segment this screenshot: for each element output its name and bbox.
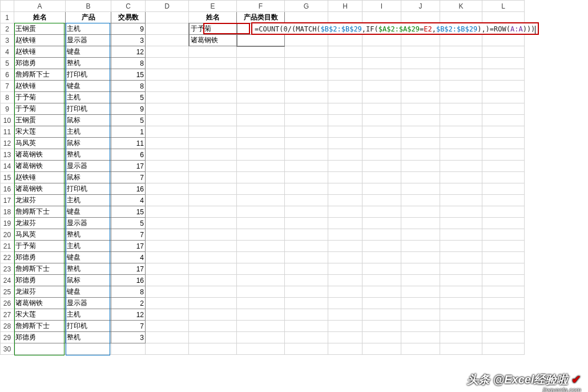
cell-L18[interactable] [482, 206, 525, 218]
cell-F27[interactable] [237, 309, 285, 321]
cell-F19[interactable] [237, 218, 285, 229]
cell-L8[interactable] [482, 92, 525, 103]
cell-E23[interactable] [189, 263, 237, 275]
cell-A6[interactable]: 詹姆斯下士 [14, 69, 66, 81]
cell-G19[interactable] [285, 218, 328, 229]
cell-J15[interactable] [401, 172, 440, 183]
cell-C10[interactable]: 5 [111, 115, 146, 126]
cell-H11[interactable] [328, 126, 363, 138]
cell-D17[interactable] [146, 195, 189, 206]
cell-J12[interactable] [401, 138, 440, 149]
cell-C18[interactable]: 15 [111, 206, 146, 218]
cell-J23[interactable] [401, 263, 440, 275]
cell-C17[interactable]: 4 [111, 195, 146, 206]
cell-C26[interactable]: 2 [111, 298, 146, 309]
cell-C27[interactable]: 12 [111, 309, 146, 321]
cell-E22[interactable] [189, 252, 237, 263]
cell-L1[interactable] [482, 12, 525, 23]
cell-D7[interactable] [146, 81, 189, 92]
cell-L30[interactable] [482, 343, 525, 355]
cell-H29[interactable] [328, 332, 363, 343]
cell-D5[interactable] [146, 58, 189, 69]
cell-I7[interactable] [363, 81, 401, 92]
cell-D11[interactable] [146, 126, 189, 138]
cell-K5[interactable] [440, 58, 482, 69]
cell-G23[interactable] [285, 263, 328, 275]
row-header-8[interactable]: 8 [1, 92, 14, 103]
cell-L9[interactable] [482, 103, 525, 115]
cell-L20[interactable] [482, 229, 525, 241]
cell-C8[interactable]: 5 [111, 92, 146, 103]
cell-G3[interactable] [285, 35, 328, 46]
cell-B10[interactable]: 鼠标 [66, 115, 111, 126]
cell-I14[interactable] [363, 161, 401, 172]
cell-L22[interactable] [482, 252, 525, 263]
cell-H9[interactable] [328, 103, 363, 115]
cell-G12[interactable] [285, 138, 328, 149]
cell-I21[interactable] [363, 241, 401, 252]
cell-L15[interactable] [482, 172, 525, 183]
cell-E5[interactable] [189, 58, 237, 69]
cell-B26[interactable]: 显示器 [66, 298, 111, 309]
cell-G1[interactable] [285, 12, 328, 23]
cell-F1[interactable]: 产品类目数 [237, 12, 285, 23]
cell-B3[interactable]: 显示器 [66, 35, 111, 46]
cell-A16[interactable]: 诸葛钢铁 [14, 183, 66, 195]
cell-B15[interactable]: 鼠标 [66, 172, 111, 183]
cell-G16[interactable] [285, 183, 328, 195]
column-header-I[interactable]: I [363, 1, 401, 12]
cell-H3[interactable] [328, 35, 363, 46]
column-header-E[interactable]: E [189, 1, 237, 12]
cell-E9[interactable] [189, 103, 237, 115]
row-header-9[interactable]: 9 [1, 103, 14, 115]
row-header-16[interactable]: 16 [1, 183, 14, 195]
cell-D1[interactable] [146, 12, 189, 23]
row-header-11[interactable]: 11 [1, 126, 14, 138]
cell-A26[interactable]: 诸葛钢铁 [14, 298, 66, 309]
cell-L23[interactable] [482, 263, 525, 275]
cell-I8[interactable] [363, 92, 401, 103]
cell-J17[interactable] [401, 195, 440, 206]
cell-J11[interactable] [401, 126, 440, 138]
cell-F14[interactable] [237, 161, 285, 172]
cell-B19[interactable]: 显示器 [66, 218, 111, 229]
cell-K18[interactable] [440, 206, 482, 218]
cell-A1[interactable]: 姓名 [14, 12, 66, 23]
row-header-19[interactable]: 19 [1, 218, 14, 229]
cell-F13[interactable] [237, 149, 285, 161]
cell-H15[interactable] [328, 172, 363, 183]
cell-B9[interactable]: 打印机 [66, 103, 111, 115]
cell-A17[interactable]: 龙淑芬 [14, 195, 66, 206]
cell-F22[interactable] [237, 252, 285, 263]
cell-H27[interactable] [328, 309, 363, 321]
cell-E6[interactable] [189, 69, 237, 81]
cell-C29[interactable]: 3 [111, 332, 146, 343]
cell-E8[interactable] [189, 92, 237, 103]
column-header-B[interactable]: B [66, 1, 111, 12]
cell-K30[interactable] [440, 343, 482, 355]
cell-G5[interactable] [285, 58, 328, 69]
column-header-L[interactable]: L [482, 1, 525, 12]
cell-E19[interactable] [189, 218, 237, 229]
cell-F16[interactable] [237, 183, 285, 195]
cell-B4[interactable]: 键盘 [66, 46, 111, 58]
cell-L5[interactable] [482, 58, 525, 69]
cell-H8[interactable] [328, 92, 363, 103]
cell-F24[interactable] [237, 275, 285, 286]
cell-D9[interactable] [146, 103, 189, 115]
cell-G9[interactable] [285, 103, 328, 115]
cell-F5[interactable] [237, 58, 285, 69]
cell-I15[interactable] [363, 172, 401, 183]
cell-H30[interactable] [328, 343, 363, 355]
row-header-12[interactable]: 12 [1, 138, 14, 149]
cell-D6[interactable] [146, 69, 189, 81]
cell-E30[interactable] [189, 343, 237, 355]
cell-H4[interactable] [328, 46, 363, 58]
cell-J9[interactable] [401, 103, 440, 115]
cell-G27[interactable] [285, 309, 328, 321]
cell-F26[interactable] [237, 298, 285, 309]
cell-D29[interactable] [146, 332, 189, 343]
cell-J7[interactable] [401, 81, 440, 92]
cell-A19[interactable]: 龙淑芬 [14, 218, 66, 229]
cell-A8[interactable]: 于予菊 [14, 92, 66, 103]
